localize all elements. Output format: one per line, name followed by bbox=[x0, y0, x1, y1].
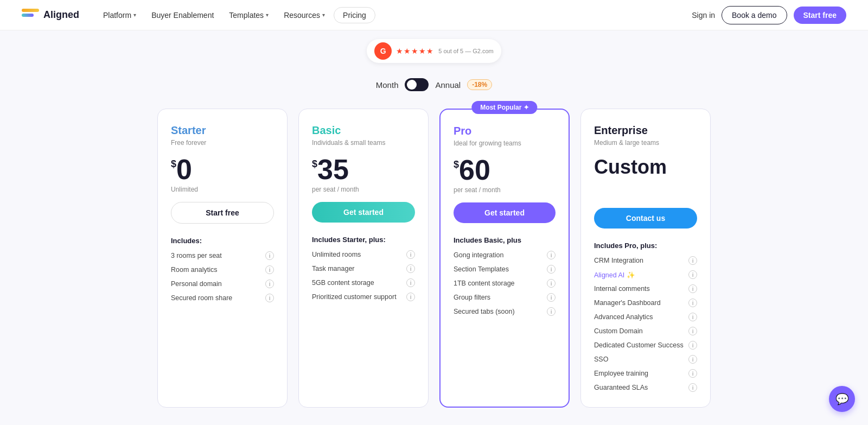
basic-feature-list: Unlimited rooms i Task manager i 5GB con… bbox=[312, 250, 415, 301]
info-icon[interactable]: i bbox=[688, 256, 697, 265]
basic-plan-card: Basic Individuals & small teams $ 35 per… bbox=[298, 109, 429, 408]
feature-text: Guaranteed SLAs bbox=[594, 384, 648, 391]
navbar: Aligned Platform ▾ Buyer Enablement Temp… bbox=[0, 0, 868, 30]
info-icon[interactable]: i bbox=[688, 299, 697, 307]
starter-per: Unlimited bbox=[171, 186, 274, 193]
info-icon[interactable]: i bbox=[688, 284, 697, 293]
feature-text: Internal comments bbox=[594, 285, 650, 293]
feature-item: SSO i bbox=[594, 355, 697, 364]
feature-item: Gong integration i bbox=[454, 251, 556, 259]
feature-text: Advanced Analytics bbox=[594, 313, 653, 321]
info-icon[interactable]: i bbox=[547, 279, 556, 288]
pro-cta-button[interactable]: Get started bbox=[454, 202, 556, 223]
info-icon[interactable]: i bbox=[547, 293, 556, 302]
feature-text: Personal domain bbox=[171, 280, 222, 288]
feature-text: Task manager bbox=[312, 265, 355, 272]
feature-text: Secured tabs (soon) bbox=[454, 308, 515, 315]
feature-text: Dedicated Customer Success bbox=[594, 341, 684, 349]
chevron-down-icon: ▾ bbox=[133, 12, 136, 18]
basic-price: $ 35 bbox=[312, 155, 415, 183]
starter-subtitle: Free forever bbox=[171, 139, 274, 147]
starter-cta-button[interactable]: Start free bbox=[171, 202, 274, 224]
feature-text: SSO bbox=[594, 356, 608, 363]
starter-includes-label: Includes: bbox=[171, 237, 274, 245]
info-icon[interactable]: i bbox=[265, 251, 274, 260]
info-icon[interactable]: i bbox=[406, 264, 415, 273]
basic-subtitle: Individuals & small teams bbox=[312, 139, 415, 147]
pro-plan-card: Most Popular ✦ Pro Ideal for growing tea… bbox=[439, 109, 570, 408]
feature-text: 1TB content storage bbox=[454, 280, 515, 287]
enterprise-price: Custom bbox=[594, 155, 697, 179]
signin-link[interactable]: Sign in bbox=[692, 11, 715, 20]
basic-cta-button[interactable]: Get started bbox=[312, 202, 415, 223]
info-icon[interactable]: i bbox=[688, 369, 697, 378]
feature-item: 5GB content storage i bbox=[312, 278, 415, 287]
feature-item: Secured room share i bbox=[171, 294, 274, 302]
nav-platform[interactable]: Platform ▾ bbox=[97, 8, 143, 23]
pro-per: per seat / month bbox=[454, 186, 556, 194]
basic-per: per seat / month bbox=[312, 186, 415, 193]
enterprise-feature-list: CRM Integration i Aligned AI ✨ i Interna… bbox=[594, 256, 697, 392]
info-icon[interactable]: i bbox=[688, 341, 697, 350]
info-icon[interactable]: i bbox=[406, 293, 415, 301]
enterprise-cta-button[interactable]: Contact us bbox=[594, 208, 697, 229]
pro-subtitle: Ideal for growing teams bbox=[454, 139, 556, 147]
book-demo-button[interactable]: Book a demo bbox=[722, 6, 787, 24]
feature-item: Manager's Dashboard i bbox=[594, 299, 697, 307]
pro-dollar: $ bbox=[454, 159, 459, 170]
feature-item: Prioritized customer support i bbox=[312, 293, 415, 301]
info-icon[interactable]: i bbox=[688, 355, 697, 364]
nav-links: Platform ▾ Buyer Enablement Templates ▾ … bbox=[97, 7, 692, 23]
info-icon[interactable]: i bbox=[265, 294, 274, 302]
feature-item: Advanced Analytics i bbox=[594, 313, 697, 321]
most-popular-badge: Most Popular ✦ bbox=[471, 101, 537, 114]
g2-text: 5 out of 5 — G2.com bbox=[438, 48, 494, 54]
info-icon[interactable]: i bbox=[547, 265, 556, 274]
info-icon[interactable]: i bbox=[547, 307, 556, 316]
feature-text: Secured room share bbox=[171, 294, 232, 302]
logo[interactable]: Aligned bbox=[22, 9, 79, 22]
feature-item: CRM Integration i bbox=[594, 256, 697, 265]
feature-item: Employee training i bbox=[594, 369, 697, 378]
pro-price: $ 60 bbox=[454, 156, 556, 184]
nav-resources[interactable]: Resources ▾ bbox=[277, 8, 331, 23]
pro-includes-label: Includes Basic, plus bbox=[454, 236, 556, 244]
starter-plan-card: Starter Free forever $ 0 Unlimited Start… bbox=[157, 109, 288, 408]
info-icon[interactable]: i bbox=[688, 383, 697, 392]
info-icon[interactable]: i bbox=[688, 270, 697, 279]
chevron-down-icon-2: ▾ bbox=[266, 12, 269, 18]
feature-text: Manager's Dashboard bbox=[594, 299, 661, 307]
info-icon[interactable]: i bbox=[688, 313, 697, 321]
info-icon[interactable]: i bbox=[547, 251, 556, 259]
feature-text: Prioritized customer support bbox=[312, 293, 397, 301]
nav-pricing-button[interactable]: Pricing bbox=[334, 7, 375, 23]
feature-item: Personal domain i bbox=[171, 280, 274, 288]
annual-label: Annual bbox=[435, 80, 461, 90]
rating-area: G ★★★★★ 5 out of 5 — G2.com bbox=[0, 30, 868, 67]
feature-text: CRM Integration bbox=[594, 257, 643, 264]
enterprise-includes-label: Includes Pro, plus: bbox=[594, 242, 697, 250]
billing-toggle-area: Month Annual -18% bbox=[0, 67, 868, 109]
nav-buyer-enablement[interactable]: Buyer Enablement bbox=[145, 8, 220, 23]
feature-text: Gong integration bbox=[454, 251, 503, 259]
basic-includes-label: Includes Starter, plus: bbox=[312, 236, 415, 244]
info-icon[interactable]: i bbox=[688, 327, 697, 335]
info-icon[interactable]: i bbox=[406, 250, 415, 259]
info-icon[interactable]: i bbox=[406, 278, 415, 287]
nav-templates[interactable]: Templates ▾ bbox=[222, 8, 275, 23]
feature-text: Employee training bbox=[594, 370, 648, 377]
basic-dollar: $ bbox=[312, 158, 317, 170]
feature-text: Unlimited rooms bbox=[312, 251, 361, 258]
feature-item: Room analytics i bbox=[171, 265, 274, 274]
info-icon[interactable]: i bbox=[265, 265, 274, 274]
feature-item: Section Templates i bbox=[454, 265, 556, 274]
feature-text: 3 rooms per seat bbox=[171, 252, 222, 259]
info-icon[interactable]: i bbox=[265, 280, 274, 288]
g2-badge: G ★★★★★ 5 out of 5 — G2.com bbox=[367, 39, 501, 63]
start-free-nav-button[interactable]: Start free bbox=[794, 7, 846, 24]
chat-button[interactable]: 💬 bbox=[829, 386, 855, 412]
pro-plan-name: Pro bbox=[454, 125, 556, 137]
chevron-down-icon-3: ▾ bbox=[322, 12, 325, 18]
starter-feature-list: 3 rooms per seat i Room analytics i Pers… bbox=[171, 251, 274, 302]
billing-toggle[interactable] bbox=[405, 78, 429, 91]
